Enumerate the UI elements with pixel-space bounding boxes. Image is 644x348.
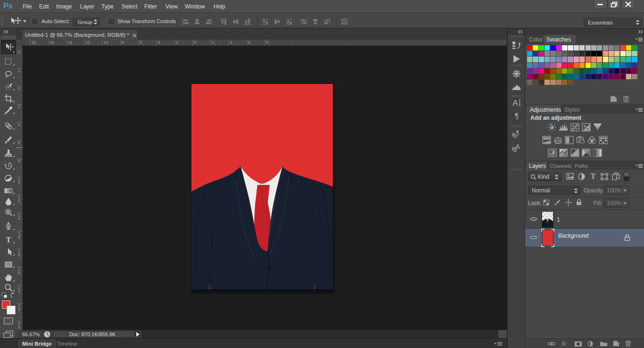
svg-text:0: 0: [18, 181, 20, 185]
svg-text:0: 0: [194, 40, 196, 45]
svg-text:10: 10: [104, 40, 108, 45]
svg-text:6: 6: [18, 325, 20, 330]
svg-text:14: 14: [67, 40, 72, 45]
svg-text:6: 6: [140, 40, 142, 45]
svg-text:4: 4: [18, 123, 20, 127]
svg-text:2: 2: [176, 40, 178, 45]
svg-text:6: 6: [18, 141, 20, 145]
svg-text:4: 4: [230, 40, 232, 45]
svg-text:4: 4: [18, 307, 20, 312]
svg-text:2: 2: [18, 289, 20, 294]
svg-text:2: 2: [18, 68, 20, 73]
svg-text:A: A: [512, 99, 518, 108]
svg-text:4: 4: [18, 50, 20, 55]
svg-text:2: 2: [18, 199, 20, 203]
svg-text:2: 2: [212, 40, 215, 45]
svg-text:0: 0: [18, 86, 20, 91]
svg-text:18: 18: [31, 40, 36, 45]
svg-text:16: 16: [50, 40, 54, 45]
svg-text:0: 0: [18, 271, 20, 275]
svg-text:12: 12: [85, 40, 90, 45]
svg-text:4: 4: [158, 40, 160, 45]
svg-text:T: T: [591, 173, 596, 180]
svg-text:2: 2: [18, 104, 20, 109]
svg-text:8: 8: [266, 40, 269, 45]
svg-text:8: 8: [122, 40, 124, 45]
svg-text:4: 4: [18, 216, 20, 221]
svg-text:8: 8: [18, 253, 20, 257]
svg-text:6: 6: [18, 235, 20, 240]
svg-text:¶: ¶: [515, 112, 519, 120]
svg-text:8: 8: [18, 158, 20, 163]
svg-text:T: T: [6, 235, 11, 244]
svg-text:6: 6: [248, 40, 250, 45]
